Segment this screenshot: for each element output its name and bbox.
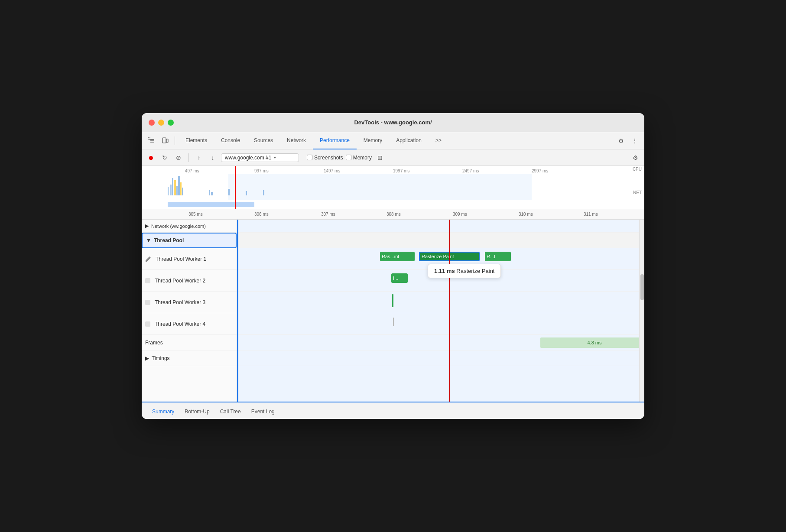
upload-icon[interactable]: ↑: [193, 152, 205, 163]
timings-chevron: ▶: [145, 355, 149, 361]
timings-label: Timings: [152, 355, 170, 361]
zoom-tick-3: 307 ms: [321, 212, 335, 217]
worker3-track: [237, 292, 644, 313]
zoom-ruler: 305 ms 306 ms 307 ms 308 ms 309 ms 310 m…: [142, 209, 644, 220]
memory-label: Memory: [353, 155, 372, 161]
tooltip: 1.11 ms Rasterize Paint: [428, 264, 501, 278]
settings2-icon[interactable]: ⚙: [630, 152, 641, 163]
vertical-scrollbar[interactable]: [639, 220, 644, 402]
worker4-label-row: Thread Pool Worker 4: [142, 313, 237, 335]
ruler-tick-1: 497 ms: [185, 169, 199, 173]
tab-memory[interactable]: Memory: [357, 132, 389, 149]
toolbar: ⏺ ↻ ⊘ ↑ ↓ www.google.com #1 ▾ Screenshot…: [142, 149, 644, 166]
network-label-row: ▶ Network (ww.google.com): [142, 220, 237, 233]
svg-rect-5: [166, 139, 168, 143]
device-icon[interactable]: [159, 135, 171, 147]
red-cursor-line: [235, 166, 236, 209]
nav-separator: [175, 136, 175, 145]
thread-pool-header[interactable]: ▼ Thread Pool: [142, 233, 237, 248]
timeline-main: ▶ Network (ww.google.com) ▼ Thread Pool …: [142, 220, 644, 402]
scrollbar-thumb[interactable]: [640, 274, 644, 300]
tab-performance[interactable]: Performance: [313, 132, 357, 149]
worker4-icon: [145, 321, 150, 327]
svg-rect-12: [180, 182, 182, 195]
worker1-label: Thread Pool Worker 1: [156, 256, 206, 262]
traffic-lights: [149, 120, 174, 126]
thread-pool-chevron: ▼: [146, 237, 151, 243]
pencil-icon-1: [145, 256, 151, 262]
ruler-tick-6: 2997 ms: [532, 169, 548, 173]
url-selector[interactable]: www.google.com #1 ▾: [221, 153, 299, 162]
tab-console[interactable]: Console: [214, 132, 247, 149]
title-bar: DevTools - www.google.com/: [142, 113, 644, 132]
svg-rect-9: [174, 180, 176, 195]
worker3-icon: [145, 300, 150, 305]
tab-network[interactable]: Network: [280, 132, 313, 149]
svg-rect-0: [148, 138, 150, 139]
nav-right: ⚙ ⋮: [615, 135, 641, 147]
timeline-tracks: Ras...int Rasterize Paint R...t 1.11 ms …: [237, 220, 644, 402]
tab-event-log[interactable]: Event Log: [246, 404, 280, 419]
reload-icon[interactable]: ↻: [159, 152, 170, 163]
timings-track: [237, 350, 644, 366]
ruler-tick-2: 997 ms: [254, 169, 269, 173]
cursor-line: [449, 220, 450, 402]
thread-pool-label: Thread Pool: [154, 237, 184, 243]
svg-rect-8: [172, 178, 173, 195]
tooltip-ms: 1.11 ms: [434, 268, 455, 274]
ruler-tick-4: 1997 ms: [393, 169, 409, 173]
settings-icon[interactable]: ⚙: [615, 135, 627, 147]
tab-application[interactable]: Application: [389, 132, 429, 149]
tab-sources[interactable]: Sources: [247, 132, 280, 149]
checkbox-group: Screenshots Memory ⊞: [307, 152, 386, 163]
svg-rect-7: [170, 185, 172, 195]
worker3-label-row: Thread Pool Worker 3: [142, 292, 237, 313]
zoom-tick-6: 310 ms: [519, 212, 533, 217]
window-title: DevTools - www.google.com/: [354, 119, 432, 126]
worker2-block1[interactable]: I...: [391, 273, 408, 283]
memory-checkbox[interactable]: [346, 155, 351, 160]
clear-icon[interactable]: ⊘: [173, 152, 184, 163]
svg-rect-19: [228, 174, 532, 200]
timeline-labels: ▶ Network (ww.google.com) ▼ Thread Pool …: [142, 220, 237, 402]
worker4-track: [237, 313, 644, 335]
tab-call-tree[interactable]: Call Tree: [215, 404, 246, 419]
download-icon[interactable]: ↓: [207, 152, 218, 163]
worker1-block1[interactable]: Ras...int: [380, 252, 415, 261]
worker1-block3[interactable]: R...t: [485, 252, 511, 261]
frames-block[interactable]: 4.8 ms: [540, 337, 644, 348]
maximize-button[interactable]: [168, 120, 174, 126]
capture-icon[interactable]: ⊞: [374, 152, 386, 163]
minimize-button[interactable]: [158, 120, 164, 126]
more-icon[interactable]: ⋮: [629, 135, 641, 147]
cpu-chart: [142, 174, 644, 200]
inspect-icon[interactable]: [145, 135, 157, 147]
zoom-tick-2: 306 ms: [254, 212, 269, 217]
screenshots-label: Screenshots: [314, 155, 343, 161]
nav-tabs: Elements Console Sources Network Perform…: [179, 132, 613, 149]
worker2-icon: [145, 278, 150, 283]
screenshots-checkbox-label[interactable]: Screenshots: [307, 155, 343, 161]
timings-label-row[interactable]: ▶ Timings: [142, 350, 237, 366]
overview-area: CPU NET 497 ms 997 ms 1497 ms 1997 ms 24…: [142, 166, 644, 209]
record-icon[interactable]: ⏺: [145, 152, 156, 163]
devtools-body: Elements Console Sources Network Perform…: [142, 132, 644, 419]
tab-more[interactable]: >>: [429, 132, 448, 149]
network-row-label: Network (ww.google.com): [151, 224, 206, 229]
svg-rect-15: [211, 192, 213, 195]
worker2-label: Thread Pool Worker 2: [155, 278, 205, 284]
zoom-tick-1: 305 ms: [188, 212, 203, 217]
worker1-label-row: Thread Pool Worker 1: [142, 248, 237, 270]
ruler-tick-3: 1497 ms: [324, 169, 340, 173]
zoom-tick-5: 309 ms: [453, 212, 467, 217]
tab-elements[interactable]: Elements: [179, 132, 214, 149]
svg-rect-6: [168, 187, 169, 195]
tab-summary[interactable]: Summary: [147, 404, 179, 419]
tab-bottom-up[interactable]: Bottom-Up: [179, 404, 214, 419]
memory-checkbox-label[interactable]: Memory: [346, 155, 372, 161]
network-track: [237, 220, 644, 233]
close-button[interactable]: [149, 120, 155, 126]
thread-pool-track: [237, 233, 644, 248]
worker3-small-block: [392, 294, 393, 307]
screenshots-checkbox[interactable]: [307, 155, 312, 160]
